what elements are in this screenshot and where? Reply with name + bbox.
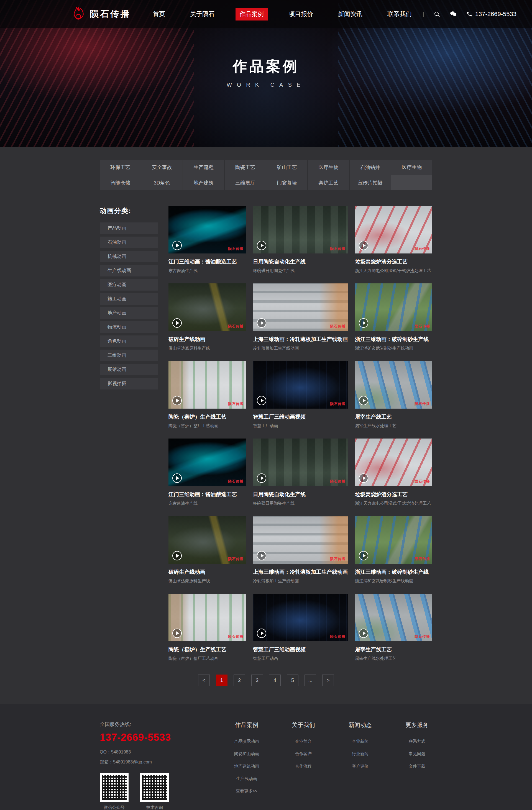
- work-card[interactable]: 陨石传播 垃圾焚烧炉渣分选工艺 浙江天力磁电公司湿式/干式炉渣处理工艺: [355, 206, 432, 273]
- play-icon[interactable]: [257, 241, 266, 250]
- work-thumbnail[interactable]: 陨石传播: [253, 594, 348, 641]
- footer-link[interactable]: 企业简介: [288, 739, 319, 744]
- work-card[interactable]: 陨石传播 上海三维动画：冷轧薄板加工生产线动画 冷轧薄板加工生产线动画: [253, 516, 348, 584]
- play-icon[interactable]: [172, 551, 182, 561]
- play-icon[interactable]: [359, 396, 368, 405]
- filter-tag[interactable]: 石油钻井: [350, 160, 391, 175]
- footer-link[interactable]: 查看更多>>: [231, 789, 262, 794]
- sidebar-category-item[interactable]: 影视拍摄: [100, 378, 158, 389]
- sidebar-category-item[interactable]: 二维动画: [100, 350, 158, 361]
- sidebar-category-item[interactable]: 施工动画: [100, 293, 158, 305]
- work-card[interactable]: 陨石传播 上海三维动画：冷轧薄板加工生产线动画 冷轧薄板加工生产线动画: [253, 284, 348, 351]
- work-thumbnail[interactable]: 陨石传播: [168, 594, 246, 641]
- sidebar-category-item[interactable]: 产品动画: [100, 223, 158, 234]
- nav-item[interactable]: 首页: [149, 8, 169, 20]
- play-icon[interactable]: [172, 241, 182, 250]
- filter-tag[interactable]: 智能仓储: [100, 175, 141, 190]
- work-thumbnail[interactable]: 陨石传播: [355, 438, 432, 486]
- work-card[interactable]: 陨石传播 江门三维动画：酱油酿造工艺 东古酱油生产线: [168, 438, 246, 506]
- work-card[interactable]: 陨石传播 屠宰生产线工艺 屠宰生产线水处理工艺: [355, 361, 432, 428]
- play-icon[interactable]: [257, 396, 266, 405]
- work-card[interactable]: 陨石传播 智慧工厂三维动画视频 智慧工厂动画: [253, 594, 348, 661]
- work-thumbnail[interactable]: 陨石传播: [355, 361, 432, 409]
- nav-item[interactable]: 项目报价: [285, 8, 317, 20]
- footer-link[interactable]: 客户评价: [345, 764, 375, 769]
- footer-link[interactable]: 文件下载: [402, 764, 432, 769]
- footer-link[interactable]: 陶瓷矿山动画: [231, 751, 262, 757]
- work-thumbnail[interactable]: 陨石传播: [168, 438, 246, 486]
- sidebar-category-item[interactable]: 展馆动画: [100, 364, 158, 375]
- work-thumbnail[interactable]: 陨石传播: [168, 361, 246, 409]
- filter-tag[interactable]: 生产流程: [183, 160, 224, 175]
- sidebar-category-item[interactable]: 物流动画: [100, 321, 158, 333]
- work-thumbnail[interactable]: 陨石传播: [355, 206, 432, 254]
- play-icon[interactable]: [172, 396, 182, 405]
- footer-link[interactable]: 行业新闻: [345, 751, 375, 757]
- sidebar-category-item[interactable]: 生产线动画: [100, 265, 158, 276]
- play-icon[interactable]: [257, 473, 266, 483]
- play-icon[interactable]: [257, 318, 266, 328]
- brand-logo[interactable]: 陨石传播: [71, 6, 131, 22]
- filter-tag[interactable]: 地产建筑: [183, 175, 224, 190]
- work-card[interactable]: 陨石传播 屠宰生产线工艺 屠宰生产线水处理工艺: [355, 594, 432, 661]
- page-button[interactable]: <: [198, 675, 210, 686]
- play-icon[interactable]: [172, 629, 182, 638]
- footer-link[interactable]: 常见问题: [402, 751, 432, 757]
- page-button[interactable]: >: [322, 675, 334, 686]
- page-button[interactable]: 4: [269, 675, 281, 686]
- page-button[interactable]: 3: [251, 675, 263, 686]
- footer-link[interactable]: 地产建筑动画: [231, 764, 262, 769]
- filter-tag[interactable]: 环保工艺: [100, 160, 141, 175]
- work-thumbnail[interactable]: 陨石传播: [253, 206, 348, 254]
- filter-tag[interactable]: 陶瓷工艺: [225, 160, 266, 175]
- sidebar-category-item[interactable]: 医疗动画: [100, 279, 158, 291]
- work-card[interactable]: 陨石传播 陶瓷（窑炉）生产线工艺 陶瓷（窑炉）整厂工艺动画: [168, 361, 246, 428]
- filter-tag[interactable]: 门窗幕墙: [266, 175, 307, 190]
- work-card[interactable]: 陨石传播 浙江三维动画：破碎制砂生产线 浙江浦矿玄武岩制砂生产线动画: [355, 516, 432, 584]
- work-thumbnail[interactable]: 陨石传播: [168, 516, 246, 564]
- work-card[interactable]: 陨石传播 陶瓷（窑炉）生产线工艺 陶瓷（窑炉）整厂工艺动画: [168, 594, 246, 661]
- play-icon[interactable]: [359, 318, 368, 328]
- page-button[interactable]: 1: [216, 675, 227, 686]
- page-button[interactable]: 2: [233, 675, 245, 686]
- play-icon[interactable]: [359, 629, 368, 638]
- footer-link[interactable]: 合作客户: [288, 751, 319, 757]
- nav-item[interactable]: 新闻资讯: [334, 8, 366, 20]
- play-icon[interactable]: [359, 551, 368, 561]
- work-card[interactable]: 陨石传播 破碎生产线动画 佛山卓达豪原料生产线: [168, 516, 246, 584]
- work-thumbnail[interactable]: 陨石传播: [355, 594, 432, 641]
- play-icon[interactable]: [257, 551, 266, 561]
- work-card[interactable]: 陨石传播 垃圾焚烧炉渣分选工艺 浙江天力磁电公司湿式/干式炉渣处理工艺: [355, 438, 432, 506]
- nav-item[interactable]: 关于陨石: [186, 8, 218, 20]
- filter-tag[interactable]: 医疗生物: [308, 160, 349, 175]
- work-thumbnail[interactable]: 陨石传播: [253, 516, 348, 564]
- work-thumbnail[interactable]: 陨石传播: [355, 284, 432, 331]
- play-icon[interactable]: [359, 473, 368, 483]
- work-thumbnail[interactable]: 陨石传播: [355, 516, 432, 564]
- footer-link[interactable]: 合作流程: [288, 764, 319, 769]
- sidebar-category-item[interactable]: 角色动画: [100, 336, 158, 347]
- filter-tag[interactable]: 三维展厅: [225, 175, 266, 190]
- footer-link[interactable]: 生产线动画: [231, 776, 262, 781]
- sidebar-category-item[interactable]: 石油动画: [100, 237, 158, 248]
- footer-link[interactable]: 企业新闻: [345, 739, 375, 744]
- play-icon[interactable]: [359, 241, 368, 250]
- work-thumbnail[interactable]: 陨石传播: [168, 206, 246, 254]
- page-button[interactable]: ...: [305, 675, 316, 686]
- work-card[interactable]: 陨石传播 日用陶瓷自动化生产线 杯碗碟日用陶瓷生产线: [253, 206, 348, 273]
- filter-tag[interactable]: 宣传片拍摄: [350, 175, 391, 190]
- nav-item[interactable]: 作品案例: [236, 8, 268, 20]
- work-thumbnail[interactable]: 陨石传播: [253, 438, 348, 486]
- search-icon[interactable]: [434, 11, 440, 17]
- work-card[interactable]: 陨石传播 江门三维动画：酱油酿造工艺 东古酱油生产线: [168, 206, 246, 273]
- play-icon[interactable]: [172, 473, 182, 483]
- page-button[interactable]: 5: [287, 675, 299, 686]
- footer-link[interactable]: 产品演示动画: [231, 739, 262, 744]
- play-icon[interactable]: [172, 318, 182, 328]
- work-card[interactable]: 陨石传播 智慧工厂三维动画视频 智慧工厂动画: [253, 361, 348, 428]
- work-card[interactable]: 陨石传播 浙江三维动画：破碎制砂生产线 浙江浦矿玄武岩制砂生产线动画: [355, 284, 432, 351]
- wechat-icon[interactable]: [450, 11, 457, 17]
- work-thumbnail[interactable]: 陨石传播: [253, 361, 348, 409]
- filter-tag[interactable]: [391, 175, 432, 190]
- filter-tag[interactable]: 安全事故: [141, 160, 182, 175]
